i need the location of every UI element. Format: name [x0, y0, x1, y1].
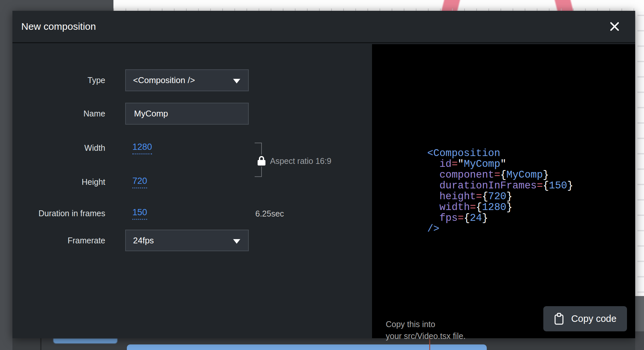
code-token [427, 201, 439, 213]
code-token: " [458, 158, 464, 170]
background-top-ruler [113, 0, 644, 11]
code-token: } [482, 212, 488, 224]
chevron-down-icon [233, 79, 240, 83]
copy-code-label: Copy code [571, 313, 617, 324]
framerate-select-value: 24fps [133, 236, 154, 245]
code-token: MyComp [506, 169, 543, 181]
framerate-select[interactable]: 24fps [125, 230, 249, 251]
code-token: <Composition [427, 148, 500, 159]
aspect-bracket-bottom-tick [255, 176, 262, 177]
code-caption-line2: your src/Video.tsx file. [386, 330, 466, 342]
code-token: 720 [488, 191, 506, 202]
width-value-link[interactable]: 1280 [132, 142, 152, 154]
code-token: } [506, 201, 513, 213]
code-token: = [451, 158, 458, 170]
width-label: Width [12, 142, 105, 154]
code-token: { [500, 169, 506, 181]
code-token: component [439, 169, 494, 181]
code-token: } [567, 180, 573, 191]
framerate-label: Framerate [12, 230, 105, 251]
code-token [427, 169, 439, 181]
code-token: } [506, 191, 513, 202]
height-label: Height [12, 176, 105, 188]
aspect-bracket-top-tick [255, 143, 262, 143]
duration-label: Duration in frames [12, 207, 105, 219]
code-token: 24 [470, 212, 482, 224]
clipboard-icon [554, 313, 564, 325]
duration-seconds-label: 6.25sec [255, 208, 284, 219]
code-token: fps [439, 212, 458, 224]
name-input[interactable]: MyComp [125, 103, 249, 125]
background-topleft-block [0, 0, 113, 11]
composition-form: Type <Composition /> Name MyComp Width 1… [12, 44, 372, 338]
code-token: = [537, 180, 543, 191]
code-token: { [464, 212, 470, 224]
code-block: <Composition id="MyComp" component={MyCo… [427, 148, 573, 234]
background-timeline-strip [12, 338, 635, 350]
timeline-divider-line [40, 338, 42, 350]
background-left-strip [0, 0, 12, 350]
code-token: width [439, 201, 470, 213]
code-token: /> [427, 223, 439, 235]
type-select[interactable]: <Composition /> [125, 69, 249, 91]
code-token: { [476, 201, 482, 213]
code-caption: Copy this into your src/Video.tsx file. [386, 318, 466, 342]
code-token: } [543, 169, 549, 181]
code-token: " [500, 158, 506, 170]
duration-value-link[interactable]: 150 [132, 207, 147, 220]
dialog-title: New composition [21, 11, 96, 42]
remotion-editor-screen: New composition Type <Composition /> Nam… [0, 0, 644, 350]
code-token: durationInFrames [439, 180, 537, 191]
code-token: = [476, 191, 482, 202]
timeline-blue-tab [53, 339, 117, 343]
height-value-link[interactable]: 720 [132, 176, 147, 188]
code-caption-line1: Copy this into [386, 318, 466, 330]
name-input-value: MyComp [134, 109, 168, 118]
chevron-down-icon [233, 239, 240, 244]
code-token: { [482, 191, 488, 202]
type-select-value: <Composition /> [133, 75, 195, 85]
background-right-gray [635, 296, 644, 331]
code-token: height [439, 191, 476, 202]
code-token: = [494, 169, 500, 181]
new-composition-dialog: New composition Type <Composition /> Nam… [12, 11, 635, 338]
code-token [427, 191, 439, 202]
code-preview-panel: <Composition id="MyComp" component={MyCo… [372, 44, 635, 338]
code-token [427, 212, 439, 224]
type-label: Type [12, 69, 105, 91]
lock-icon [257, 155, 266, 166]
code-token [427, 158, 439, 170]
name-label: Name [12, 103, 105, 125]
code-token: 150 [549, 180, 567, 191]
aspect-ratio-label: Aspect ratio 16:9 [270, 156, 331, 166]
code-token: { [543, 180, 549, 191]
code-token: 1280 [482, 201, 506, 213]
timeline-blue-bar [127, 344, 487, 350]
dialog-titlebar: New composition [12, 11, 635, 43]
code-token: = [470, 201, 476, 213]
background-right-panel [635, 11, 644, 296]
code-token: = [458, 212, 464, 224]
code-token [427, 180, 439, 191]
background-right-dark [635, 331, 644, 350]
code-token: id [439, 158, 451, 170]
code-token: MyComp [464, 158, 500, 170]
close-icon[interactable] [609, 21, 620, 32]
copy-code-button[interactable]: Copy code [543, 306, 627, 331]
